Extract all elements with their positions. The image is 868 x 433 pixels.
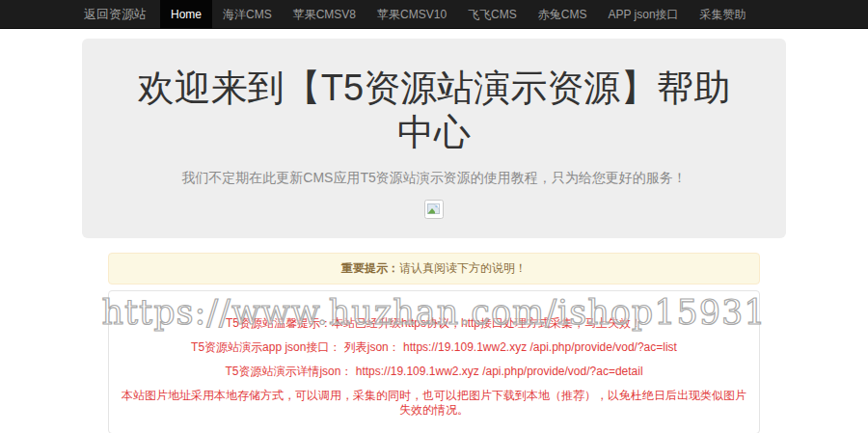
hero-jumbotron: 欢迎来到【T5资源站演示资源】帮助中心 我们不定期在此更新CMS应用T5资源站演…	[82, 39, 786, 238]
nav-item-app-json-api[interactable]: APP json接口	[597, 0, 689, 29]
nav-item-home[interactable]: Home	[160, 0, 212, 29]
navbar-brand[interactable]: 返回资源站	[82, 0, 160, 29]
important-notice-alert: 重要提示：请认真阅读下方的说明！	[108, 253, 760, 284]
alert-bold-label: 重要提示：	[341, 261, 399, 275]
nav-item-pingguo-cmsv8[interactable]: 苹果CMSV8	[283, 0, 366, 29]
page-subtitle: 我们不定期在此更新CMS应用T5资源站演示资源的使用教程，只为给您更好的服务！	[111, 170, 757, 187]
navbar-container: 返回资源站 Home 海洋CMS 苹果CMSV8 苹果CMSV10 飞飞CMS …	[82, 0, 786, 29]
notice-line-images: 本站图片地址采用本地存储方式，可以调用，采集的同时，也可以把图片下载到本地（推荐…	[121, 389, 747, 418]
notice-line-list-json: T5资源站演示app json接口： 列表json： https://19.10…	[121, 340, 747, 355]
api-info-panel: https://www.huzhan.com/ishop15931 T5资源站温…	[108, 290, 760, 433]
broken-image-icon	[424, 200, 444, 223]
page-title: 欢迎来到【T5资源站演示资源】帮助中心	[125, 66, 743, 155]
alert-text: 请认真阅读下方的说明！	[399, 261, 527, 275]
top-navbar: 返回资源站 Home 海洋CMS 苹果CMSV8 苹果CMSV10 飞飞CMS …	[0, 0, 868, 29]
nav-item-haiyang-cms[interactable]: 海洋CMS	[212, 0, 283, 29]
nav-item-pingguo-cmsv10[interactable]: 苹果CMSV10	[366, 0, 457, 29]
nav-item-feifei-cms[interactable]: 飞飞CMS	[457, 0, 528, 29]
nav-item-chitu-cms[interactable]: 赤兔CMS	[528, 0, 598, 29]
nav-item-caiji-zanzhu[interactable]: 采集赞助	[690, 0, 757, 29]
notice-line-detail-json: T5资源站演示详情json： https://19.109.1ww2.xyz /…	[121, 365, 747, 379]
notice-line-https: T5资源站温馨提示：本站已经升级https协议，http接口处理方式采集，马上失…	[121, 316, 747, 331]
